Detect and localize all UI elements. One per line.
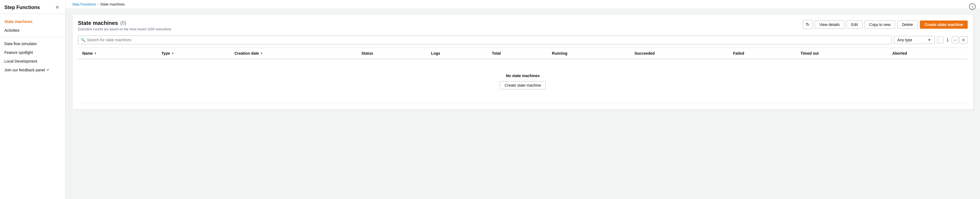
pagination-current-page: 1	[945, 37, 951, 43]
panel-title-area: State machines (0) Execution counts are …	[78, 20, 172, 31]
action-bar: ↻ View details Edit Copy to new Delete C…	[803, 20, 968, 29]
breadcrumb-current: State machines	[100, 2, 125, 6]
sidebar-divider	[0, 37, 65, 37]
panel-count: (0)	[120, 20, 126, 26]
breadcrumb: Step Functions › State machines	[65, 0, 980, 9]
info-icon[interactable]: i	[969, 3, 975, 10]
sidebar-item-local-development[interactable]: Local Development	[0, 57, 65, 65]
panel-subtitle: Execution counts are based on the most r…	[78, 27, 172, 31]
sort-icon-creation-date: ▼	[260, 52, 263, 55]
chevron-down-icon: ▼	[928, 38, 931, 42]
sidebar-item-activities[interactable]: Activities	[0, 26, 65, 35]
sidebar-item-data-flow-simulator[interactable]: Data flow simulator	[0, 39, 65, 48]
column-header-status: Status	[357, 48, 427, 59]
panel-header: State machines (0) Execution counts are …	[78, 20, 968, 31]
column-header-logs: Logs	[426, 48, 488, 59]
column-header-succeeded: Succeeded	[630, 48, 729, 59]
sidebar-item-feature-spotlight[interactable]: Feature spotlight	[0, 48, 65, 57]
column-header-failed: Failed	[729, 48, 796, 59]
external-link-icon: ↗	[46, 68, 49, 72]
column-header-timed-out: Timed out	[796, 48, 888, 59]
sidebar-navigation: State machines Activities Data flow simu…	[0, 14, 65, 78]
view-details-button[interactable]: View details	[815, 21, 844, 29]
search-filter-row: 🔍 Any type ▼ ‹ 1 › ⚙	[78, 35, 968, 44]
empty-create-button[interactable]: Create state machine	[500, 81, 546, 89]
main-content: Step Functions › State machines State ma…	[65, 0, 980, 199]
edit-button[interactable]: Edit	[846, 21, 862, 29]
empty-state: No state machines Create state machine	[82, 63, 963, 100]
state-machines-table: Name ▼ Type ▼	[78, 48, 968, 104]
table: Name ▼ Type ▼	[78, 48, 968, 104]
column-header-name[interactable]: Name ▼	[78, 48, 157, 59]
sidebar-item-state-machines[interactable]: State machines	[0, 17, 65, 26]
search-box: 🔍	[78, 35, 892, 44]
content-area: State machines (0) Execution counts are …	[65, 9, 980, 199]
state-machines-panel: State machines (0) Execution counts are …	[72, 14, 974, 110]
column-header-creation-date[interactable]: Creation date ▼	[230, 48, 357, 59]
empty-state-message: No state machines	[87, 73, 959, 78]
panel-title: State machines (0)	[78, 20, 172, 26]
empty-state-row: No state machines Create state machine	[78, 59, 968, 104]
sort-icon-type: ▼	[171, 52, 174, 55]
search-icon: 🔍	[81, 38, 85, 42]
pagination: ‹ 1 › ⚙	[937, 37, 968, 43]
sidebar-close-button[interactable]: ✕	[54, 4, 61, 10]
type-filter-select[interactable]: Any type ▼	[894, 36, 935, 44]
column-header-aborted: Aborted	[888, 48, 968, 59]
create-state-machine-button[interactable]: Create state machine	[920, 21, 968, 29]
type-filter-label: Any type	[897, 38, 912, 42]
table-body: No state machines Create state machine	[78, 59, 968, 104]
breadcrumb-parent-link[interactable]: Step Functions	[72, 2, 96, 6]
breadcrumb-separator: ›	[98, 2, 99, 6]
pagination-next-button[interactable]: ›	[952, 37, 958, 43]
sidebar-item-feedback-panel[interactable]: Join our feedback panel ↗	[0, 65, 65, 74]
refresh-button[interactable]: ↻	[803, 20, 812, 29]
sidebar-header: Step Functions ✕	[0, 0, 65, 14]
empty-state-cell: No state machines Create state machine	[78, 59, 968, 104]
sort-icon-name: ▼	[94, 52, 97, 55]
delete-button[interactable]: Delete	[897, 21, 918, 29]
pagination-prev-button[interactable]: ‹	[937, 37, 943, 43]
copy-to-new-button[interactable]: Copy to new	[865, 21, 895, 29]
table-header-row: Name ▼ Type ▼	[78, 48, 968, 59]
sidebar: Step Functions ✕ State machines Activiti…	[0, 0, 65, 199]
pagination-settings-button[interactable]: ⚙	[959, 37, 968, 43]
sidebar-title: Step Functions	[5, 5, 40, 10]
column-header-total: Total	[488, 48, 547, 59]
search-input[interactable]	[78, 35, 892, 44]
column-header-type[interactable]: Type ▼	[157, 48, 230, 59]
column-header-running: Running	[547, 48, 630, 59]
